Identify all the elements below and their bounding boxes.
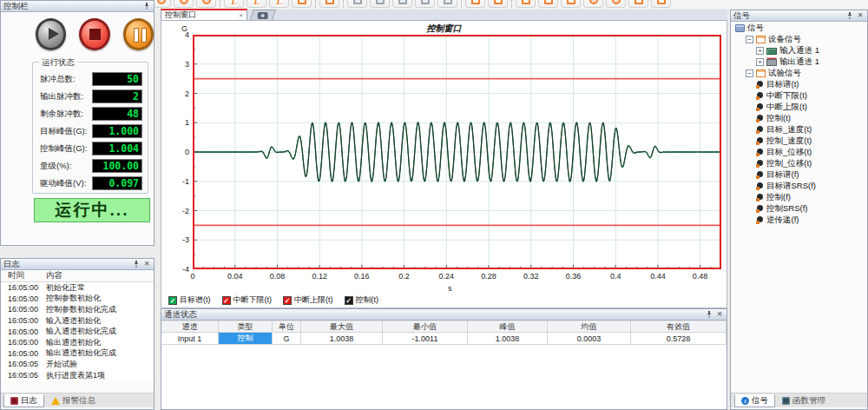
close-icon[interactable]: ✕ [715, 310, 724, 319]
column-header[interactable]: 最大值 [301, 321, 383, 333]
tab-signal[interactable]: i 信号 [734, 394, 775, 407]
toolbar-report-button[interactable] [174, 0, 194, 8]
log-time: 16:05:05 [1, 360, 46, 368]
tree-item[interactable]: 中断下限(t) [731, 90, 867, 102]
legend-checkbox[interactable]: ✓ [283, 296, 292, 305]
toolbar-layout-split-h-button[interactable] [370, 0, 390, 8]
tree-item[interactable]: +输入通道 1 [731, 45, 867, 56]
column-header[interactable]: 有效值 [631, 321, 727, 333]
tree-item[interactable]: 目标谱(f) [731, 169, 867, 181]
tree-item-label: 设备信号 [768, 34, 801, 45]
apply-icon [635, 0, 643, 4]
column-header[interactable]: 均值 [548, 321, 631, 333]
column-header[interactable]: 单位 [273, 321, 301, 333]
tree-item[interactable]: 目标_位移(t) [731, 147, 867, 158]
tree-item[interactable]: 控制(t) [731, 113, 867, 124]
toolbar-zoom-in-button[interactable] [583, 0, 603, 8]
pin-icon[interactable] [132, 260, 141, 268]
column-header[interactable]: 类型 [219, 321, 273, 333]
log-row[interactable]: 16:05:00初始化正常 [1, 282, 154, 294]
tree-item[interactable]: 逆传递(f) [731, 215, 867, 226]
chart-title: 控制窗口 [161, 23, 727, 35]
toolbar-pan-button[interactable] [561, 0, 581, 8]
toolbar-link-cursor-button[interactable] [465, 0, 485, 8]
tree-item[interactable]: 控制_速度(t) [731, 136, 867, 147]
tree-item[interactable]: 信号 [731, 23, 867, 34]
log-row[interactable]: 16:05:00输出通道初始化 [1, 337, 154, 348]
waveform-plot[interactable] [193, 35, 721, 269]
y-tick-label: 0 [165, 148, 189, 156]
tree-item[interactable]: 控制_位移(t) [731, 158, 867, 169]
close-icon[interactable]: ✕ [856, 11, 865, 20]
toolbar-cursor-1-button[interactable]: L [224, 0, 244, 8]
toolbar-layout-split-v-button[interactable] [392, 0, 412, 8]
log-row[interactable]: 16:05:05开始试验 [1, 359, 154, 370]
log-row[interactable]: 16:05:00输入通道初始化完成 [1, 326, 154, 337]
toolbar-cursor-3-button[interactable]: L [269, 0, 289, 8]
toolbar-apply-button[interactable] [628, 0, 648, 8]
toolbar-fit-width-button[interactable] [516, 0, 536, 8]
log-row[interactable]: 16:05:00输出通道初始化完成 [1, 348, 154, 360]
tab-alarm-info[interactable]: 报警信息 [44, 394, 102, 407]
toolbar-layout-custom-button[interactable] [437, 0, 457, 8]
toolbar-layout-grid-button[interactable] [415, 0, 435, 8]
toolbar-schedule-button[interactable] [196, 0, 216, 8]
log-row[interactable]: 16:05:00输入通道初始化 [1, 315, 154, 327]
log-row[interactable]: 16:05:05执行进度表第1项 [1, 370, 154, 381]
log-row[interactable]: 16:05:00控制参数初始化 [1, 294, 154, 305]
tree-item[interactable]: −设备信号 [731, 34, 867, 45]
tree-item-label: 逆传递(f) [766, 215, 799, 226]
pin-icon[interactable] [705, 310, 713, 319]
toolbar-zoom-out-button[interactable] [606, 0, 626, 8]
tab-close-icon[interactable]: × [239, 11, 243, 19]
control-bar-title: 控制栏 [3, 1, 141, 12]
collapse-icon[interactable]: − [746, 69, 753, 77]
legend-label: 中断上限(t) [294, 294, 333, 306]
tree-item-label: 信号 [747, 23, 764, 34]
collapse-icon[interactable]: − [746, 36, 753, 43]
tree-item[interactable]: 控制(f) [731, 192, 867, 203]
tab-snapshot[interactable] [250, 10, 276, 20]
toolbar-layout-single-button[interactable] [347, 0, 367, 8]
toolbar-exit-button[interactable] [651, 0, 671, 8]
tree-item[interactable]: 目标谱SRS(f) [731, 181, 867, 192]
log-text: 输入通道初始化 [46, 315, 101, 327]
table-row[interactable]: Input 1控制G1.0038-1.00111.00380.00030.572… [161, 333, 727, 345]
log-row[interactable]: 16:05:00控制参数初始化完成 [1, 304, 154, 315]
legend-checkbox[interactable]: ✓ [168, 296, 177, 305]
log-icon [10, 397, 18, 405]
toolbar-cursor-2-button[interactable]: L [247, 0, 266, 8]
toolbar-fit-height-button[interactable] [538, 0, 558, 8]
close-icon[interactable]: ✕ [142, 260, 151, 268]
tab-alarm-label: 报警信息 [62, 395, 95, 407]
expand-icon[interactable]: + [756, 58, 764, 66]
tree-item[interactable]: 中断上限(t) [731, 102, 867, 113]
pin-icon[interactable] [845, 11, 854, 20]
layout-grid-icon [421, 0, 430, 4]
tree-item[interactable]: 目标_速度(t) [731, 124, 867, 136]
tab-control-window[interactable]: 控制窗口 × [161, 9, 247, 20]
column-header[interactable]: 峰值 [468, 321, 548, 333]
toolbar-signal-wave-button[interactable] [319, 0, 339, 8]
legend-checkbox[interactable]: ✓ [222, 296, 231, 305]
log-time: 16:05:00 [1, 349, 46, 358]
tree-item-label: 输入通道 1 [779, 45, 819, 56]
layout-split-h-icon [376, 0, 385, 4]
column-header[interactable]: 通道 [161, 321, 219, 333]
legend-checkbox[interactable]: ✓ [345, 296, 353, 305]
tree-item[interactable]: 目标谱(t) [731, 79, 867, 90]
pin-icon[interactable] [142, 2, 151, 10]
toolbar-link-view-button[interactable] [488, 0, 508, 8]
fit-height-icon [544, 0, 553, 4]
column-header[interactable]: 最小值 [383, 321, 468, 333]
tree-item[interactable]: −试验信号 [731, 68, 867, 79]
play-button[interactable] [36, 18, 66, 50]
expand-icon[interactable]: + [756, 47, 764, 55]
stop-button[interactable] [79, 18, 109, 50]
pause-button[interactable] [123, 18, 154, 50]
toolbar-tag-button[interactable] [292, 0, 312, 8]
tree-item[interactable]: 控制SRS(f) [731, 203, 867, 215]
tab-function-manager[interactable]: 函数管理 [775, 394, 832, 407]
tab-log[interactable]: 日志 [3, 394, 44, 407]
tree-item[interactable]: +输出通道 1 [731, 56, 867, 68]
